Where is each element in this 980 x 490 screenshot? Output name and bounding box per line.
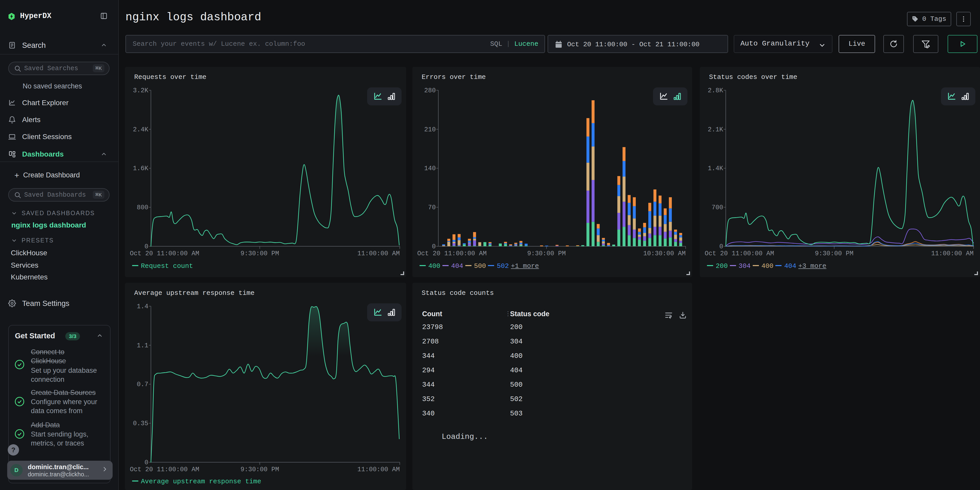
svg-text:3.2K: 3.2K: [133, 87, 148, 94]
svg-text:0: 0: [145, 243, 148, 250]
svg-text:2.4K: 2.4K: [133, 126, 148, 134]
svg-text:1.4: 1.4: [137, 303, 148, 310]
svg-text:1.1: 1.1: [137, 342, 148, 349]
svg-text:800: 800: [137, 204, 148, 211]
svg-text:0.35: 0.35: [133, 420, 148, 427]
svg-text:10:30:00 AM: 10:30:00 AM: [643, 250, 686, 257]
svg-text:Oct 20 11:00:00 AM: Oct 20 11:00:00 AM: [417, 250, 487, 257]
svg-text:700: 700: [712, 204, 723, 211]
svg-text:Oct 20 11:00:00 AM: Oct 20 11:00:00 AM: [705, 250, 774, 257]
svg-text:2.8K: 2.8K: [708, 87, 723, 94]
svg-text:9:30:00 PM: 9:30:00 PM: [240, 250, 279, 257]
svg-text:0.7: 0.7: [137, 381, 148, 388]
svg-text:210: 210: [424, 126, 436, 134]
svg-text:9:30:00 PM: 9:30:00 PM: [815, 250, 854, 257]
svg-text:1.6K: 1.6K: [133, 165, 148, 172]
svg-text:280: 280: [424, 87, 436, 94]
svg-text:1.4K: 1.4K: [708, 165, 723, 172]
svg-text:70: 70: [428, 204, 436, 211]
svg-text:11:00:00 AM: 11:00:00 AM: [357, 466, 400, 473]
svg-text:140: 140: [424, 165, 436, 172]
svg-text:9:30:00 PM: 9:30:00 PM: [527, 250, 566, 257]
svg-text:0: 0: [145, 459, 148, 466]
svg-text:0: 0: [719, 243, 723, 250]
svg-text:9:30:00 PM: 9:30:00 PM: [240, 466, 279, 473]
svg-text:Oct 20 11:00:00 AM: Oct 20 11:00:00 AM: [130, 250, 199, 257]
svg-text:2.1K: 2.1K: [708, 126, 723, 134]
svg-text:11:00:00 AM: 11:00:00 AM: [357, 250, 400, 257]
svg-text:0: 0: [432, 243, 436, 250]
svg-text:11:00:00 AM: 11:00:00 AM: [931, 250, 974, 257]
svg-text:Oct 20 11:00:00 AM: Oct 20 11:00:00 AM: [130, 466, 199, 473]
